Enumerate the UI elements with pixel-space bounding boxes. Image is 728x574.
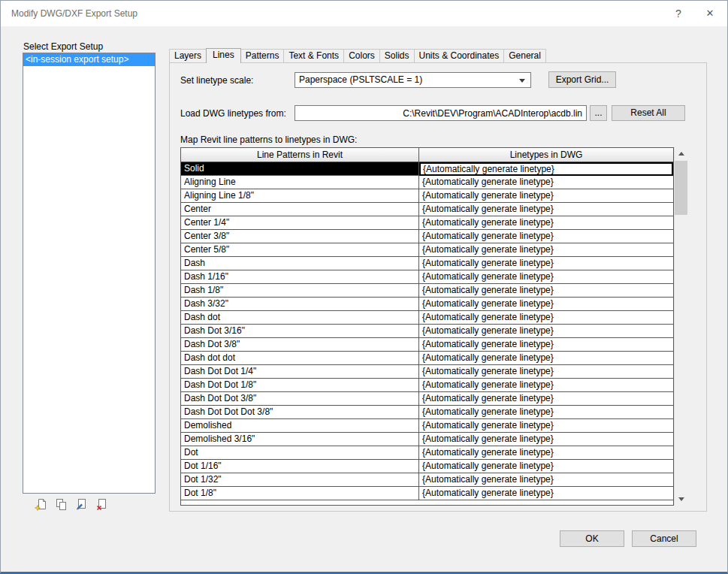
table-row[interactable]: Dash 3/32" {Automatically generate linet… xyxy=(181,298,673,311)
revit-pattern-cell[interactable]: Dash 1/16" xyxy=(181,270,419,284)
table-row[interactable]: Dash Dot Dot Dot 3/8" {Automatically gen… xyxy=(181,406,673,419)
table-row[interactable]: Dash Dot Dot 3/8" {Automatically generat… xyxy=(181,392,673,406)
list-item-in-session-export-setup[interactable]: <in-session export setup> xyxy=(23,53,155,66)
revit-pattern-cell[interactable]: Demolished xyxy=(181,419,419,433)
table-row[interactable]: Solid {Automatically generate linetype} xyxy=(181,162,673,176)
revit-pattern-cell[interactable]: Dash dot dot xyxy=(181,352,419,365)
revit-pattern-cell[interactable]: Dash 1/8" xyxy=(181,284,419,298)
linetype-scale-select[interactable]: Paperspace (PSLTSCALE = 1) xyxy=(295,72,531,88)
scroll-up-button[interactable] xyxy=(675,147,687,160)
delete-setup-button[interactable] xyxy=(94,497,109,512)
tab-lines[interactable]: Lines xyxy=(206,48,241,63)
table-row[interactable]: Dash {Automatically generate linetype} xyxy=(181,257,673,270)
ok-button[interactable]: OK xyxy=(560,530,624,547)
tab-solids[interactable]: Solids xyxy=(379,49,415,62)
table-row[interactable]: Demolished {Automatically generate linet… xyxy=(181,419,673,433)
revit-pattern-cell[interactable]: Dash 3/32" xyxy=(181,298,419,311)
table-row[interactable]: Center {Automatically generate linetype} xyxy=(181,203,673,216)
tab-layers[interactable]: Layers xyxy=(169,49,207,62)
dwg-linetype-cell[interactable]: {Automatically generate linetype} xyxy=(419,257,673,270)
revit-pattern-cell[interactable]: Demolished 3/16" xyxy=(181,433,419,446)
cancel-button[interactable]: Cancel xyxy=(632,530,696,547)
help-button[interactable]: ? xyxy=(663,1,694,26)
revit-pattern-cell[interactable]: Solid xyxy=(181,162,419,176)
dwg-linetype-cell[interactable]: {Automatically generate linetype} xyxy=(419,298,673,311)
revit-pattern-cell[interactable]: Center xyxy=(181,203,419,216)
revit-pattern-cell[interactable]: Dot xyxy=(181,446,419,460)
dwg-linetype-cell[interactable]: {Automatically generate linetype} xyxy=(419,392,673,406)
revit-pattern-cell[interactable]: Center 1/4" xyxy=(181,216,419,230)
scroll-down-button[interactable] xyxy=(675,493,687,506)
dwg-linetype-cell[interactable]: {Automatically generate linetype} xyxy=(419,487,673,500)
table-row[interactable]: Dot 1/8" {Automatically generate linetyp… xyxy=(181,487,673,500)
revit-pattern-cell[interactable]: Center 3/8" xyxy=(181,230,419,243)
export-grid-button[interactable]: Export Grid... xyxy=(548,71,616,88)
table-row[interactable]: Dot {Automatically generate linetype} xyxy=(181,446,673,460)
table-row[interactable]: Center 3/8" {Automatically generate line… xyxy=(181,230,673,243)
linetypes-path-input[interactable] xyxy=(295,105,587,121)
new-setup-button[interactable] xyxy=(33,497,48,512)
table-row[interactable]: Center 1/4" {Automatically generate line… xyxy=(181,216,673,230)
dwg-linetype-cell[interactable]: {Automatically generate linetype} xyxy=(419,379,673,392)
table-row[interactable]: Dash 1/8" {Automatically generate linety… xyxy=(181,284,673,298)
dwg-linetype-cell[interactable]: {Automatically generate linetype} xyxy=(419,352,673,365)
revit-pattern-cell[interactable]: Dash xyxy=(181,257,419,270)
dwg-linetype-cell[interactable]: {Automatically generate linetype} xyxy=(419,230,673,243)
table-row[interactable]: Aligning Line {Automatically generate li… xyxy=(181,176,673,189)
dwg-linetype-cell[interactable]: {Automatically generate linetype} xyxy=(419,203,673,216)
table-row[interactable]: Dot 1/16" {Automatically generate linety… xyxy=(181,460,673,473)
scrollbar-thumb[interactable] xyxy=(675,161,687,215)
table-scrollbar[interactable] xyxy=(674,147,687,506)
dwg-linetype-cell[interactable]: {Automatically generate linetype} xyxy=(419,473,673,487)
duplicate-setup-button[interactable] xyxy=(53,497,68,512)
tab-general[interactable]: General xyxy=(503,49,546,62)
dwg-linetype-cell[interactable]: {Automatically generate linetype} xyxy=(419,365,673,379)
tab-colors[interactable]: Colors xyxy=(343,49,380,62)
dwg-linetype-cell[interactable]: {Automatically generate linetype} xyxy=(419,243,673,257)
tab-units-coordinates[interactable]: Units & Coordinates xyxy=(414,49,505,62)
revit-pattern-cell[interactable]: Dash Dot Dot Dot 3/8" xyxy=(181,406,419,419)
table-row[interactable]: Dash dot dot {Automatically generate lin… xyxy=(181,352,673,365)
dwg-linetype-cell[interactable]: {Automatically generate linetype} xyxy=(419,338,673,352)
dwg-linetype-cell[interactable]: {Automatically generate linetype} xyxy=(419,284,673,298)
export-setup-list[interactable]: <in-session export setup> xyxy=(23,53,156,494)
revit-pattern-cell[interactable]: Dot 1/8" xyxy=(181,487,419,500)
dwg-linetype-cell[interactable]: {Automatically generate linetype} xyxy=(419,460,673,473)
close-button[interactable]: ✕ xyxy=(694,1,726,26)
table-row[interactable]: Center 5/8" {Automatically generate line… xyxy=(181,243,673,257)
revit-pattern-cell[interactable]: Aligning Line 1/8" xyxy=(181,189,419,203)
dwg-linetype-cell[interactable]: {Automatically generate linetype} xyxy=(419,433,673,446)
table-row[interactable]: Dash Dot Dot 1/4" {Automatically generat… xyxy=(181,365,673,379)
dwg-linetype-cell[interactable]: {Automatically generate linetype} xyxy=(419,189,673,203)
rename-setup-button[interactable] xyxy=(74,497,89,512)
table-row[interactable]: Dash Dot 3/16" {Automatically generate l… xyxy=(181,325,673,338)
revit-pattern-cell[interactable]: Dot 1/16" xyxy=(181,460,419,473)
dwg-linetype-cell[interactable]: {Automatically generate linetype} xyxy=(419,406,673,419)
revit-pattern-cell[interactable]: Dot 1/32" xyxy=(181,473,419,487)
dwg-linetype-cell[interactable]: {Automatically generate linetype} xyxy=(419,270,673,284)
table-row[interactable]: Dot 1/32" {Automatically generate linety… xyxy=(181,473,673,487)
dwg-linetype-cell[interactable]: {Automatically generate linetype} xyxy=(419,162,673,176)
dwg-linetype-cell[interactable]: {Automatically generate linetype} xyxy=(419,446,673,460)
table-row[interactable]: Dash dot {Automatically generate linetyp… xyxy=(181,311,673,325)
revit-pattern-cell[interactable]: Dash Dot Dot 3/8" xyxy=(181,392,419,406)
browse-button[interactable]: ... xyxy=(590,105,607,121)
dwg-linetype-cell[interactable]: {Automatically generate linetype} xyxy=(419,311,673,325)
dwg-linetype-cell[interactable]: {Automatically generate linetype} xyxy=(419,176,673,189)
revit-pattern-cell[interactable]: Dash Dot Dot 1/4" xyxy=(181,365,419,379)
revit-pattern-cell[interactable]: Dash dot xyxy=(181,311,419,325)
revit-pattern-cell[interactable]: Center 5/8" xyxy=(181,243,419,257)
tab-text-fonts[interactable]: Text & Fonts xyxy=(283,49,344,62)
table-row[interactable]: Dash Dot Dot 1/8" {Automatically generat… xyxy=(181,379,673,392)
revit-pattern-cell[interactable]: Dash Dot Dot 1/8" xyxy=(181,379,419,392)
revit-pattern-cell[interactable]: Dash Dot 3/8" xyxy=(181,338,419,352)
revit-pattern-cell[interactable]: Dash Dot 3/16" xyxy=(181,325,419,338)
table-row[interactable]: Dash Dot 3/8" {Automatically generate li… xyxy=(181,338,673,352)
table-row[interactable]: Dash 1/16" {Automatically generate linet… xyxy=(181,270,673,284)
reset-all-button[interactable]: Reset All xyxy=(612,105,685,121)
table-row[interactable]: Demolished 3/16" {Automatically generate… xyxy=(181,433,673,446)
revit-pattern-cell[interactable]: Aligning Line xyxy=(181,176,419,189)
table-row[interactable]: Aligning Line 1/8" {Automatically genera… xyxy=(181,189,673,203)
tab-patterns[interactable]: Patterns xyxy=(240,49,285,62)
dwg-linetype-cell[interactable]: {Automatically generate linetype} xyxy=(419,216,673,230)
